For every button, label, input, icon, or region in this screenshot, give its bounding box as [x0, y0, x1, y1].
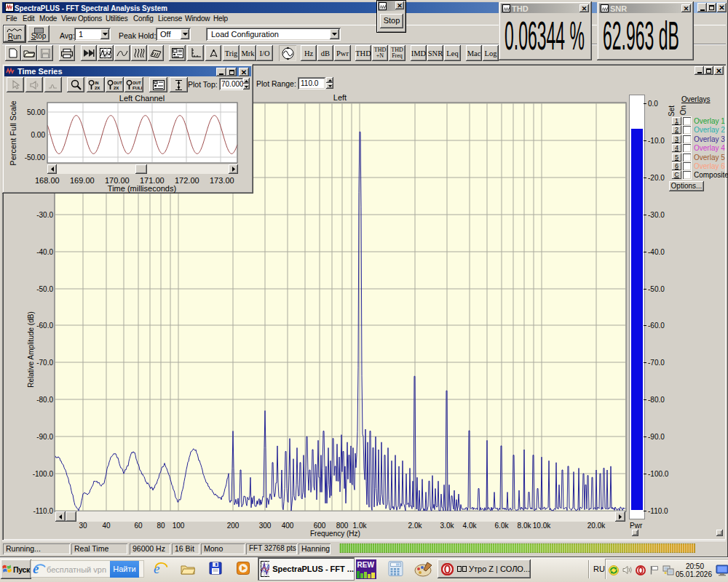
svg-text:REW: REW	[357, 561, 375, 569]
